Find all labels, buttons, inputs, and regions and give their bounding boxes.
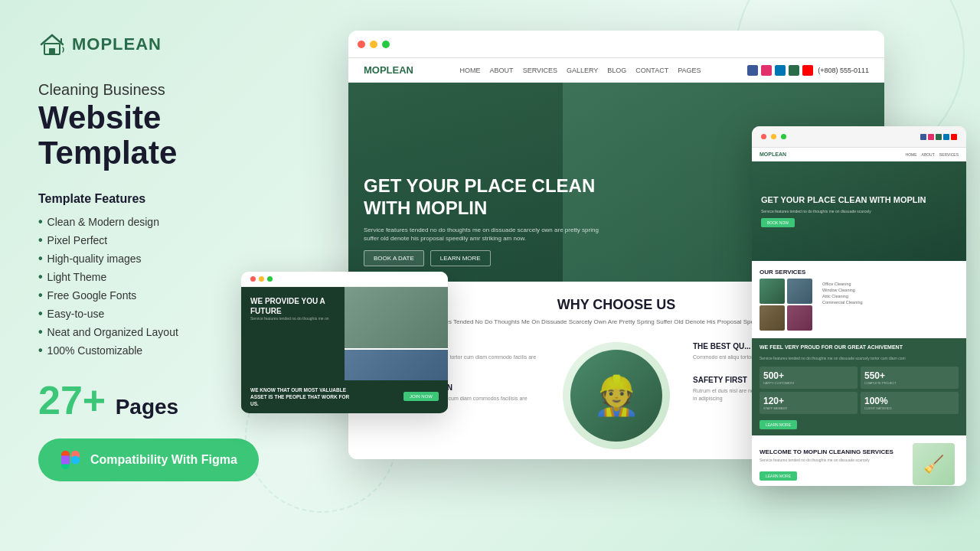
social-other <box>789 65 799 76</box>
stat-2-label: COMPLETE PROJECT <box>864 381 955 385</box>
learn-more-stats-button[interactable]: LEARN MORE <box>760 420 797 429</box>
feature-item: Clean & Modern design <box>38 215 291 229</box>
stat-4: 100% CLIENT SATISFIED <box>861 392 959 414</box>
nav-about: ABOUT <box>490 67 514 74</box>
stat-4-label: CLIENT SATISFIED <box>864 406 955 410</box>
nav-blog: BLOG <box>607 67 626 74</box>
nav-pages: PAGES <box>678 67 701 74</box>
card-bottom: WE KNOW THAT OUR MOST VALUABLE ASSET IS … <box>241 380 448 413</box>
book-date-button[interactable]: BOOK A DATE <box>364 250 424 266</box>
browser-dot-close <box>358 41 365 48</box>
service-item: Attic Cleaning <box>822 294 956 298</box>
welcome-section: WELCOME TO MOPLIN CLEANING SERVICES Serv… <box>752 435 966 486</box>
card-dot-full <box>267 276 273 282</box>
features-title: Template Features <box>38 192 291 206</box>
small-logo: MOPLEAN <box>760 152 786 157</box>
card-image-1 <box>345 287 448 348</box>
card-left-sub: Service features tended no do thoughts m… <box>250 316 335 321</box>
small-hero: GET YOUR PLACE CLEAN WITH MOPLIN Service… <box>752 161 966 261</box>
service-img-2 <box>787 279 812 304</box>
welcome-btn[interactable]: LEARN MORE <box>760 471 797 481</box>
logo-icon <box>38 31 66 58</box>
services-text: Office Cleaning Window Cleaning Attic Cl… <box>819 279 959 331</box>
stat-2: 550+ COMPLETE PROJECT <box>861 367 959 389</box>
stat-3: 120+ STAFF MEMBER <box>760 392 858 414</box>
services-grid: Office Cleaning Window Cleaning Attic Cl… <box>760 279 959 331</box>
small-dot-close <box>761 134 766 139</box>
stat-4-num: 100% <box>864 396 955 406</box>
service-item: Window Cleaning <box>822 288 956 292</box>
feature-item: Pixel Perfect <box>38 233 291 247</box>
hero-text: GET YOUR PLACE CLEAN WITH MOPLIN Service… <box>364 175 609 266</box>
small-hero-title: GET YOUR PLACE CLEAN WITH MOPLIN <box>761 195 957 205</box>
stat-3-label: STAFF MEMBER <box>763 406 854 410</box>
stat-2-num: 550+ <box>864 370 955 381</box>
phone: (+808) 555-0111 <box>818 67 869 74</box>
headline-small: Cleaning Business <box>38 81 291 99</box>
hero-title: GET YOUR PLACE CLEAN WITH MOPLIN <box>364 175 609 220</box>
stats-headline: WE FEEL VERY PROUD FOR OUR GREAT ACHIVEM… <box>760 344 959 350</box>
service-item: Commercial Cleaning <box>822 300 956 305</box>
social-linkedin <box>775 65 786 76</box>
welcome-text: WELCOME TO MOPLIN CLEANING SERVICES Serv… <box>760 448 906 481</box>
why-circle-inner: 👷 <box>570 350 662 442</box>
small-nav: HOME ABOUT SERVICES <box>906 152 959 157</box>
card-join-button[interactable]: JOIN NOW <box>403 392 439 401</box>
small-browser-content: MOPLEAN HOME ABOUT SERVICES GET YOUR PLA… <box>752 148 966 486</box>
headline-large: Website Template <box>38 100 291 171</box>
site-nav: HOME ABOUT SERVICES GALLERY BLOG CONTACT… <box>460 67 701 74</box>
logo: MOPLEAN <box>38 31 291 58</box>
stat-1-num: 500+ <box>763 370 854 381</box>
card-bottom-text: WE KNOW THAT OUR MOST VALUABLE ASSET IS … <box>250 386 358 407</box>
svg-rect-1 <box>49 48 55 54</box>
stat-3-num: 120+ <box>763 396 854 406</box>
small-dot-min <box>771 134 776 139</box>
template-card: WE PROVIDE YOU A FUTURE Service features… <box>241 272 448 413</box>
welcome-title: WELCOME TO MOPLIN CLEANING SERVICES <box>760 448 906 455</box>
card-header <box>241 272 448 287</box>
welcome-subtitle: Service features tended no do thoughts m… <box>760 458 906 463</box>
site-social <box>747 65 813 76</box>
browser-dot-fullscreen <box>382 41 390 48</box>
figma-icon <box>60 449 81 471</box>
learn-more-button[interactable]: LEARN MORE <box>430 250 491 266</box>
hero-buttons: BOOK A DATE LEARN MORE <box>364 250 609 266</box>
social-facebook <box>747 65 758 76</box>
services-images <box>760 279 813 331</box>
welcome-image: 🧹 <box>913 443 955 485</box>
card-left-title: WE PROVIDE YOU A FUTURE <box>250 296 335 316</box>
svg-point-6 <box>71 456 80 465</box>
services-list: Office Cleaning Window Cleaning Attic Cl… <box>822 282 956 305</box>
services-title: OUR SERVICES <box>760 269 959 276</box>
pages-count: 27+ <box>38 378 106 422</box>
figma-button[interactable]: Compatibility With Figma <box>38 439 259 481</box>
browser-small: MOPLEAN HOME ABOUT SERVICES GET YOUR PLA… <box>752 126 966 486</box>
why-circle-image: 👷 <box>563 342 670 449</box>
service-item: Office Cleaning <box>822 282 956 286</box>
browser-dot-minimize <box>370 41 377 48</box>
hero-subtitle: Service features tended no do thoughts m… <box>364 226 609 243</box>
feature-item: High-quality images <box>38 252 291 266</box>
small-book-button[interactable]: BOOK NOW <box>761 218 795 227</box>
small-nav-home: HOME <box>906 152 917 157</box>
person-icon: 👷 <box>593 373 640 418</box>
social-instagram <box>761 65 772 76</box>
logo-text: MOPLEAN <box>72 34 162 54</box>
nav-home: HOME <box>460 67 481 74</box>
small-dot-full <box>781 134 786 139</box>
small-nav-about: ABOUT <box>922 152 935 157</box>
card-dot-close <box>250 276 256 282</box>
stat-1: 500+ HAPPY CUSTOMERS <box>760 367 858 389</box>
small-site-header: MOPLEAN HOME ABOUT SERVICES <box>752 148 966 161</box>
card-dot-min <box>259 276 264 282</box>
services-section: OUR SERVICES Office Cleaning Window Clea… <box>752 261 966 338</box>
stats-section: WE FEEL VERY PROUD FOR OUR GREAT ACHIVEM… <box>752 338 966 435</box>
service-img-3 <box>760 305 785 331</box>
browser-bar-small <box>752 126 966 148</box>
nav-services: SERVICES <box>523 67 557 74</box>
stats-subtitle: Service features tended no do thoughts m… <box>760 356 959 360</box>
figma-label: Compatibility With Figma <box>90 453 237 467</box>
site-logo: MOPLEAN <box>364 64 413 76</box>
nav-contact: CONTACT <box>635 67 668 74</box>
pages-label: Pages <box>116 395 179 419</box>
